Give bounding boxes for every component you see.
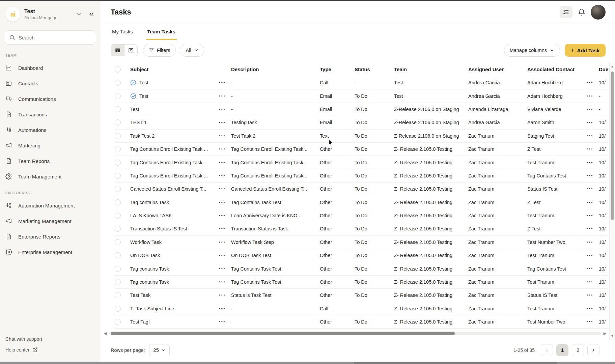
task-subject[interactable]: Workflow Task bbox=[130, 240, 162, 245]
task-subject[interactable]: On DOB Task bbox=[130, 253, 160, 258]
tab-team-tasks[interactable]: Team Tasks bbox=[146, 24, 177, 40]
sidebar-item-marketing-management[interactable]: Marketing Management bbox=[0, 213, 101, 229]
help-center-link[interactable]: Help center bbox=[5, 344, 95, 355]
vertical-scrollbar-thumb[interactable] bbox=[611, 72, 614, 220]
column-header-status[interactable]: Status bbox=[355, 66, 394, 72]
row-actions-button[interactable]: ••• bbox=[219, 307, 225, 310]
tab-my-tasks[interactable]: My Tasks bbox=[111, 24, 134, 40]
task-subject[interactable]: Tag contains Task bbox=[130, 266, 169, 272]
previous-page-button[interactable] bbox=[541, 344, 553, 356]
page-button-2[interactable]: 2 bbox=[572, 344, 584, 356]
sidebar-item-marketing[interactable]: Marketing bbox=[0, 138, 101, 153]
task-subject[interactable]: Test bbox=[139, 80, 148, 85]
row-checkbox[interactable] bbox=[115, 133, 121, 139]
row-actions-button[interactable]: ••• bbox=[586, 147, 593, 151]
filters-button[interactable]: Filters bbox=[143, 44, 176, 57]
next-page-button[interactable] bbox=[587, 344, 599, 356]
row-actions-button[interactable]: ••• bbox=[219, 293, 225, 297]
table-view-button[interactable] bbox=[111, 45, 124, 56]
row-checkbox[interactable] bbox=[115, 226, 121, 232]
row-actions-button[interactable]: ••• bbox=[219, 174, 225, 177]
manage-columns-dropdown[interactable]: Manage columns bbox=[504, 44, 560, 57]
search-box[interactable] bbox=[5, 30, 96, 45]
task-subject[interactable]: Tag contains Task bbox=[130, 200, 169, 205]
column-header-team[interactable]: Team bbox=[394, 66, 468, 72]
row-checkbox[interactable] bbox=[115, 252, 121, 258]
collapse-sidebar-icon[interactable] bbox=[88, 11, 95, 18]
row-checkbox[interactable] bbox=[115, 173, 121, 179]
task-subject[interactable]: Canceled Status Enroll Existing T... bbox=[130, 186, 206, 192]
horizontal-scrollbar-track[interactable] bbox=[109, 332, 601, 335]
row-actions-button[interactable]: ••• bbox=[586, 293, 593, 297]
row-actions-button[interactable]: ••• bbox=[219, 121, 225, 124]
task-subject[interactable]: Tag contains Task bbox=[130, 279, 169, 285]
select-all-checkbox[interactable] bbox=[115, 66, 121, 73]
column-header-due[interactable]: Due bbox=[599, 66, 609, 72]
page-button-1[interactable]: 1 bbox=[556, 344, 568, 356]
row-actions-button[interactable]: ••• bbox=[586, 214, 593, 217]
search-input[interactable] bbox=[19, 35, 79, 40]
row-actions-button[interactable]: ••• bbox=[219, 254, 225, 257]
horizontal-scrollbar-thumb[interactable] bbox=[111, 332, 455, 335]
task-subject[interactable]: LA IS Known TASK bbox=[130, 213, 172, 218]
row-actions-button[interactable]: ••• bbox=[586, 94, 593, 98]
workspace-switcher[interactable]: ai Test Aidium Mortgage bbox=[0, 0, 101, 23]
sidebar-item-contacts[interactable]: Contacts bbox=[0, 76, 101, 91]
task-subject[interactable]: Tag Contains Enroll Existing Task ... bbox=[130, 160, 208, 165]
row-actions-button[interactable]: ••• bbox=[586, 174, 593, 177]
notifications-bell-icon[interactable] bbox=[578, 8, 585, 16]
row-checkbox[interactable] bbox=[115, 292, 121, 298]
task-subject[interactable]: Test Task bbox=[130, 292, 150, 298]
row-actions-button[interactable]: ••• bbox=[586, 108, 593, 111]
row-actions-button[interactable]: ••• bbox=[586, 121, 593, 124]
sidebar-item-enterprise-reports[interactable]: Enterprise Reports bbox=[0, 229, 101, 244]
column-header-assigned-user[interactable]: Assigned User bbox=[468, 66, 527, 72]
row-actions-button[interactable]: ••• bbox=[586, 307, 593, 310]
vertical-scrollbar[interactable]: ▲ ▼ bbox=[609, 63, 615, 339]
scroll-left-arrow[interactable]: ◀ bbox=[101, 331, 109, 336]
sidebar-item-enterprise-management[interactable]: Enterprise Management bbox=[0, 244, 101, 260]
row-checkbox[interactable] bbox=[115, 266, 121, 272]
sidebar-item-automation-management[interactable]: Automation Management bbox=[0, 198, 101, 213]
row-actions-button[interactable]: ••• bbox=[219, 94, 225, 98]
scroll-right-arrow[interactable]: ▶ bbox=[601, 331, 609, 336]
scroll-up-arrow[interactable]: ▲ bbox=[610, 63, 615, 69]
row-checkbox[interactable] bbox=[115, 199, 121, 205]
row-actions-button[interactable]: ••• bbox=[219, 134, 225, 138]
sidebar-item-communications[interactable]: Communications bbox=[0, 91, 101, 107]
task-subject[interactable]: Tag Contains Enroll Existing Task ... bbox=[130, 146, 208, 152]
column-header-type[interactable]: Type bbox=[320, 66, 355, 72]
row-checkbox[interactable] bbox=[115, 106, 121, 112]
row-checkbox[interactable] bbox=[115, 186, 121, 192]
row-actions-button[interactable]: ••• bbox=[586, 227, 593, 230]
row-actions-button[interactable]: ••• bbox=[219, 108, 225, 111]
row-actions-button[interactable]: ••• bbox=[219, 81, 225, 84]
task-subject[interactable]: Tag Contains Enroll Existing Task ... bbox=[130, 173, 208, 178]
row-actions-button[interactable]: ••• bbox=[586, 187, 593, 191]
task-subject[interactable]: Task Test 2 bbox=[130, 133, 155, 139]
row-actions-button[interactable]: ••• bbox=[586, 241, 593, 244]
task-subject[interactable]: Test bbox=[139, 93, 148, 99]
chat-with-support-link[interactable]: Chat with support bbox=[5, 334, 95, 344]
row-actions-button[interactable]: ••• bbox=[586, 201, 593, 204]
row-checkbox[interactable] bbox=[115, 80, 121, 86]
row-checkbox[interactable] bbox=[115, 239, 121, 245]
column-header-subject[interactable]: Subject bbox=[130, 66, 219, 72]
task-subject[interactable]: T- Task Subject Line bbox=[130, 306, 174, 311]
row-actions-button[interactable]: ••• bbox=[219, 201, 225, 204]
row-actions-button[interactable]: ••• bbox=[586, 81, 593, 84]
row-checkbox[interactable] bbox=[115, 119, 121, 125]
sidebar-item-dashboard[interactable]: Dashboard bbox=[0, 60, 101, 76]
row-actions-button[interactable]: ••• bbox=[586, 267, 593, 271]
row-actions-button[interactable]: ••• bbox=[219, 147, 225, 151]
row-checkbox[interactable] bbox=[115, 213, 121, 219]
row-checkbox[interactable] bbox=[115, 160, 121, 166]
row-actions-button[interactable]: ••• bbox=[219, 267, 225, 271]
row-checkbox[interactable] bbox=[115, 279, 121, 285]
row-checkbox[interactable] bbox=[115, 319, 121, 325]
row-checkbox[interactable] bbox=[115, 146, 121, 152]
scroll-down-arrow[interactable]: ▼ bbox=[610, 333, 615, 338]
row-actions-button[interactable]: ••• bbox=[219, 320, 225, 324]
task-subject[interactable]: Transaction Status IS Test bbox=[130, 226, 187, 231]
row-actions-button[interactable]: ••• bbox=[219, 214, 225, 217]
